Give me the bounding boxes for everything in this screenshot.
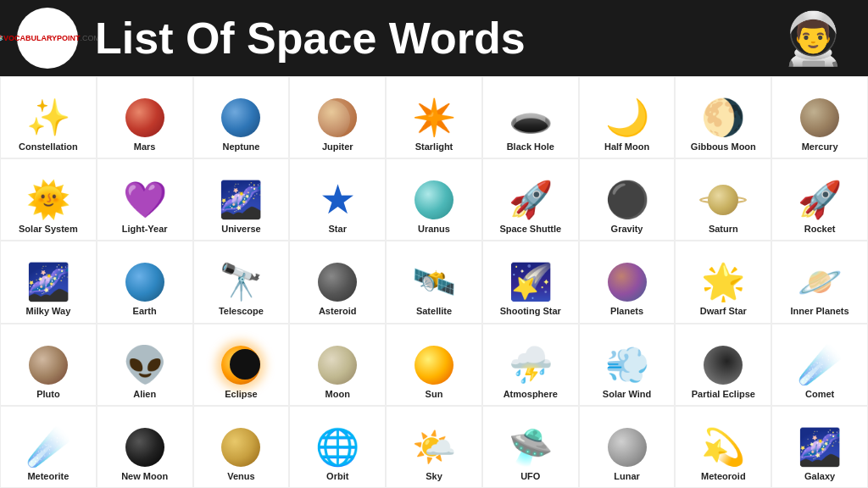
- grid-item-moon: Moon: [289, 324, 386, 406]
- light-year-label: Light-Year: [122, 224, 168, 235]
- grid-item-space-shuttle: 🚀Space Shuttle: [482, 158, 579, 241]
- light-year-icon: 💜: [123, 178, 167, 222]
- grid-item-milky-way: 🌌Milky Way: [0, 241, 97, 323]
- astronaut-icon: 👨‍🚀: [775, 4, 851, 72]
- solar-wind-icon: 💨: [605, 343, 649, 387]
- star-icon: ★: [320, 178, 356, 222]
- galaxy-icon: 🌌: [798, 425, 842, 469]
- starlight-icon: ✴️: [412, 96, 456, 140]
- meteorite-label: Meteorite: [27, 471, 69, 482]
- grid-item-ufo: 🛸UFO: [482, 406, 579, 488]
- grid-item-neptune: Neptune: [193, 76, 290, 158]
- grid-item-solar-system: 🌞Solar System: [0, 158, 97, 241]
- galaxy-label: Galaxy: [804, 471, 835, 482]
- solar-system-label: Solar System: [19, 224, 78, 235]
- meteorite-icon: ☄️: [26, 425, 70, 469]
- grid-item-inner-planets: 🪐Inner Planets: [771, 241, 868, 323]
- space-shuttle-label: Space Shuttle: [499, 224, 561, 235]
- neptune-icon: [221, 96, 260, 140]
- asteroid-icon: [318, 260, 357, 304]
- grid-item-atmosphere: ⛈️Atmosphere: [482, 324, 579, 406]
- partial-eclipse-label: Partial Eclipse: [692, 389, 755, 400]
- grid-item-mercury: Mercury: [771, 76, 868, 158]
- grid-item-dwarf-star: 🌟Dwarf Star: [675, 241, 771, 323]
- grid-item-earth: Earth: [97, 241, 193, 323]
- grid-item-starlight: ✴️Starlight: [386, 76, 482, 158]
- rocket-label: Rocket: [804, 224, 836, 235]
- grid-item-eclipse: Eclipse: [193, 324, 290, 406]
- space-words-grid: ✨ConstellationMarsNeptuneJupiter✴️Starli…: [0, 76, 868, 488]
- solar-wind-label: Solar Wind: [603, 389, 651, 400]
- grid-item-asteroid: Asteroid: [289, 241, 386, 323]
- grid-item-gravity: ⚫Gravity: [579, 158, 676, 241]
- grid-item-orbit: 🌐Orbit: [289, 406, 386, 488]
- gravity-label: Gravity: [611, 224, 643, 235]
- rocket-icon: 🚀: [798, 178, 842, 222]
- half-moon-icon: 🌙: [605, 96, 649, 140]
- constellation-label: Constellation: [19, 141, 78, 152]
- mars-icon: [125, 96, 164, 140]
- neptune-label: Neptune: [222, 141, 259, 152]
- grid-item-new-moon: New Moon: [97, 406, 193, 488]
- grid-item-lunar: Lunar: [579, 406, 676, 488]
- sun-label: Sun: [426, 389, 443, 400]
- grid-item-satellite: 🛰️Satellite: [386, 241, 482, 323]
- telescope-label: Telescope: [219, 306, 264, 317]
- grid-item-solar-wind: 💨Solar Wind: [579, 324, 676, 406]
- grid-item-black-hole: 🕳️Black Hole: [482, 76, 579, 158]
- grid-item-galaxy: 🌌Galaxy: [771, 406, 868, 488]
- grid-item-planets: Planets: [579, 241, 676, 323]
- eclipse-label: Eclipse: [225, 389, 258, 400]
- sun-icon: [415, 343, 453, 387]
- star-label: Star: [329, 224, 347, 235]
- inner-planets-icon: 🪐: [798, 260, 842, 304]
- sky-label: Sky: [426, 471, 442, 482]
- telescope-icon: 🔭: [219, 260, 263, 304]
- new-moon-label: New Moon: [121, 471, 168, 482]
- comet-label: Comet: [805, 389, 834, 400]
- grid-item-comet: ☄️Comet: [771, 324, 868, 406]
- grid-item-meteorite: ☄️Meteorite: [0, 406, 97, 488]
- grid-item-half-moon: 🌙Half Moon: [579, 76, 676, 158]
- gibbous-moon-icon: 🌖: [701, 96, 745, 140]
- grid-item-saturn: Saturn: [675, 158, 771, 241]
- black-hole-label: Black Hole: [507, 141, 554, 152]
- alien-label: Alien: [133, 389, 156, 400]
- grid-item-gibbous-moon: 🌖Gibbous Moon: [675, 76, 771, 158]
- black-hole-icon: 🕳️: [509, 96, 553, 140]
- uranus-label: Uranus: [418, 224, 450, 235]
- venus-icon: [221, 425, 260, 469]
- saturn-label: Saturn: [709, 224, 738, 235]
- space-shuttle-icon: 🚀: [509, 178, 553, 222]
- solar-system-icon: 🌞: [26, 178, 70, 222]
- universe-label: Universe: [221, 224, 260, 235]
- asteroid-label: Asteroid: [319, 306, 357, 317]
- moon-label: Moon: [326, 389, 350, 400]
- grid-item-rocket: 🚀Rocket: [771, 158, 868, 241]
- gibbous-moon-label: Gibbous Moon: [691, 141, 756, 152]
- grid-item-sky: 🌤️Sky: [386, 406, 482, 488]
- starlight-label: Starlight: [415, 141, 453, 152]
- meteoroid-icon: 💫: [701, 425, 745, 469]
- logo-text1: VOCABULARY: [3, 34, 57, 43]
- jupiter-icon: [318, 96, 357, 140]
- grid-item-light-year: 💜Light-Year: [97, 158, 193, 241]
- saturn-icon: [699, 178, 747, 222]
- grid-item-universe: 🌌Universe: [193, 158, 290, 241]
- constellation-icon: ✨: [26, 96, 70, 140]
- satellite-icon: 🛰️: [412, 260, 456, 304]
- sky-icon: 🌤️: [412, 425, 456, 469]
- alien-icon: 👽: [123, 343, 167, 387]
- grid-item-uranus: Uranus: [386, 158, 482, 241]
- universe-icon: 🌌: [219, 178, 263, 222]
- grid-item-telescope: 🔭Telescope: [193, 241, 290, 323]
- inner-planets-label: Inner Planets: [791, 306, 849, 317]
- header: 📚 VOCABULARY POINT .COM List Of Space Wo…: [0, 0, 868, 76]
- partial-eclipse-icon: [704, 343, 743, 387]
- dwarf-star-icon: 🌟: [701, 260, 745, 304]
- lunar-label: Lunar: [614, 471, 640, 482]
- mars-label: Mars: [134, 141, 156, 152]
- planets-icon: [608, 260, 647, 304]
- grid-item-constellation: ✨Constellation: [0, 76, 97, 158]
- ufo-label: UFO: [520, 471, 540, 482]
